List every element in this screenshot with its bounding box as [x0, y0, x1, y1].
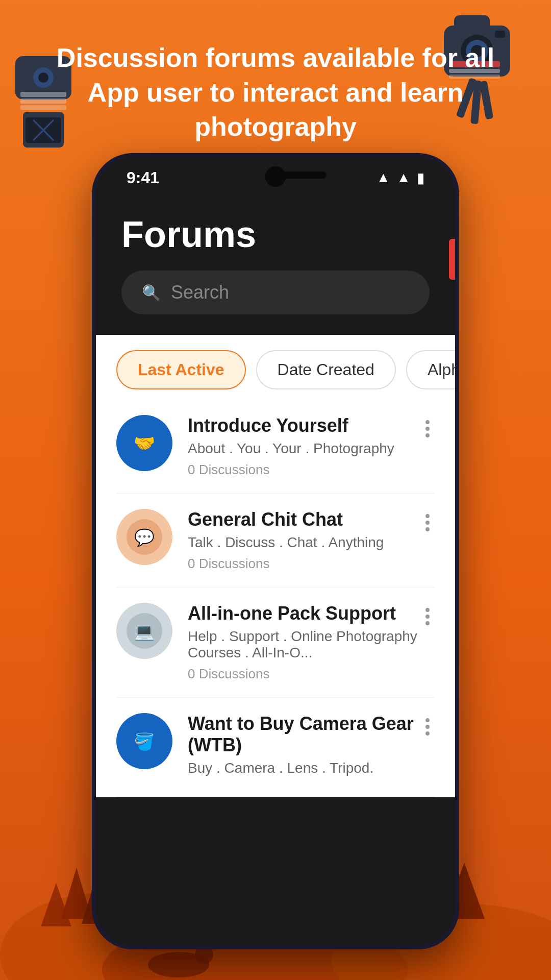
menu-dot: [425, 420, 430, 424]
status-icons: ▲ ▲ ▮: [377, 169, 424, 186]
search-placeholder: Search: [171, 282, 229, 303]
tab-date-created[interactable]: Date Created: [256, 350, 396, 389]
forum-avatar-general-chit-chat: 💬: [116, 509, 172, 565]
tab-alphabetical-label: Alphabetical: [428, 360, 455, 379]
forum-menu-allinone-pack[interactable]: [420, 603, 435, 630]
menu-dot: [425, 718, 430, 722]
menu-dot: [425, 527, 430, 531]
tab-last-active-label: Last Active: [138, 360, 224, 379]
content-area: Last Active Date Created Alphabetical: [96, 335, 455, 797]
forum-tags-allinone-pack: Help . Support . Online Photography Cour…: [188, 628, 420, 661]
menu-dot: [425, 725, 430, 729]
hero-text-content: Discussion forums available for all App …: [57, 43, 494, 141]
wifi-icon: ▲: [377, 169, 391, 186]
menu-dot: [425, 621, 430, 625]
svg-text:💬: 💬: [134, 528, 155, 547]
forum-item-camera-gear[interactable]: 🪣 Want to Buy Camera Gear (WTB) Buy . Ca…: [116, 698, 435, 797]
forum-discussions-general-chit-chat: 0 Discussions: [188, 556, 420, 572]
forum-name-allinone-pack: All-in-one Pack Support: [188, 603, 420, 624]
forum-tags-general-chit-chat: Talk . Discuss . Chat . Anything: [188, 534, 420, 551]
search-bar[interactable]: 🔍 Search: [121, 271, 430, 314]
app-header: Forums 🔍 Search: [96, 198, 455, 335]
scroll-indicator[interactable]: [449, 239, 455, 280]
forum-info-introduce-yourself: Introduce Yourself About . You . Your . …: [188, 415, 420, 478]
svg-rect-11: [454, 15, 490, 31]
tab-alphabetical[interactable]: Alphabetical: [406, 350, 455, 389]
tab-last-active[interactable]: Last Active: [116, 350, 246, 389]
tab-date-created-label: Date Created: [278, 360, 374, 379]
forum-item-introduce-yourself[interactable]: 🤝 Introduce Yourself About . You . Your …: [116, 400, 435, 494]
forum-tags-camera-gear: Buy . Camera . Lens . Tripod.: [188, 760, 420, 776]
svg-rect-15: [495, 31, 505, 38]
forum-menu-introduce-yourself[interactable]: [420, 415, 435, 443]
forum-avatar-camera-gear: 🪣: [116, 713, 172, 769]
filter-tabs: Last Active Date Created Alphabetical: [96, 335, 455, 400]
forum-menu-camera-gear[interactable]: [420, 713, 435, 741]
forum-name-general-chit-chat: General Chit Chat: [188, 509, 420, 530]
phone-frame: 9:41 ▲ ▲ ▮ Forums 🔍 Search: [92, 153, 459, 949]
forum-list: 🤝 Introduce Yourself About . You . Your …: [96, 400, 455, 797]
status-bar: 9:41 ▲ ▲ ▮: [96, 157, 455, 198]
menu-dot: [425, 731, 430, 736]
forum-avatar-allinone-pack: 💻: [116, 603, 172, 659]
forum-name-introduce-yourself: Introduce Yourself: [188, 415, 420, 436]
search-icon: 🔍: [142, 284, 161, 302]
menu-dot: [425, 608, 430, 612]
menu-dot: [425, 521, 430, 525]
phone-inner: 9:41 ▲ ▲ ▮ Forums 🔍 Search: [96, 157, 455, 945]
forum-name-camera-gear: Want to Buy Camera Gear (WTB): [188, 713, 420, 756]
status-time: 9:41: [127, 168, 159, 187]
forum-discussions-introduce-yourself: 0 Discussions: [188, 462, 420, 478]
forum-info-camera-gear: Want to Buy Camera Gear (WTB) Buy . Came…: [188, 713, 420, 781]
menu-dot: [425, 433, 430, 437]
signal-icon: ▲: [396, 169, 411, 186]
svg-text:🤝: 🤝: [134, 433, 156, 454]
forum-info-allinone-pack: All-in-one Pack Support Help . Support .…: [188, 603, 420, 682]
svg-text:🪣: 🪣: [134, 732, 155, 751]
battery-icon: ▮: [417, 169, 424, 186]
forum-avatar-introduce-yourself: 🤝: [116, 415, 172, 471]
forum-item-general-chit-chat[interactable]: 💬 General Chit Chat Talk . Discuss . Cha…: [116, 494, 435, 587]
svg-text:💻: 💻: [134, 622, 155, 641]
menu-dot: [425, 514, 430, 518]
page-title: Forums: [121, 213, 430, 255]
menu-dot: [425, 427, 430, 431]
forum-tags-introduce-yourself: About . You . Your . Photography: [188, 440, 420, 457]
hero-text: Discussion forums available for all App …: [0, 41, 551, 144]
forum-info-general-chit-chat: General Chit Chat Talk . Discuss . Chat …: [188, 509, 420, 572]
speaker-notch: [265, 172, 327, 179]
forum-discussions-allinone-pack: 0 Discussions: [188, 666, 420, 682]
menu-dot: [425, 615, 430, 619]
forum-item-allinone-pack[interactable]: 💻 All-in-one Pack Support Help . Support…: [116, 587, 435, 698]
forum-menu-general-chit-chat[interactable]: [420, 509, 435, 536]
